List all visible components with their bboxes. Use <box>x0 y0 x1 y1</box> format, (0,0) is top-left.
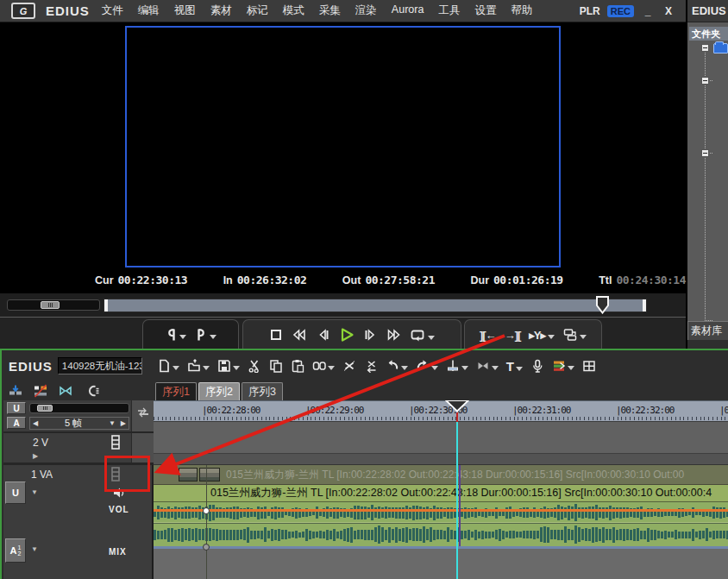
dropdown-caret-icon[interactable] <box>203 366 210 370</box>
track-1va-mute-button[interactable]: U <box>5 481 26 504</box>
redo-button[interactable] <box>415 357 439 374</box>
tab-material-library[interactable]: 素材库 <box>687 321 728 340</box>
position-marker[interactable] <box>596 296 610 317</box>
tab-sequence-2[interactable]: 序列2 <box>198 382 240 400</box>
dropdown-caret-icon[interactable] <box>492 366 499 370</box>
dropdown-caret-icon[interactable] <box>516 367 523 371</box>
title-button[interactable]: T <box>505 357 524 375</box>
dropdown-caret-icon[interactable] <box>461 366 468 370</box>
menu-item-6[interactable]: 模式 <box>283 3 304 18</box>
dropdown-caret-icon[interactable] <box>179 335 186 339</box>
paste-button[interactable] <box>290 357 305 374</box>
timeline-ruler[interactable]: |00:22:28:00|00:22:29:00|00:22:30:00|00:… <box>154 400 728 422</box>
dropdown-caret-icon[interactable] <box>548 335 555 339</box>
folder-icon[interactable] <box>713 43 728 53</box>
delete-button[interactable] <box>342 357 357 374</box>
track-2v-lane[interactable] <box>154 422 728 454</box>
open-button[interactable] <box>186 357 210 374</box>
play-around-cursor-button[interactable]: ▸Y▸ <box>526 327 557 343</box>
dropdown-caret-icon[interactable] <box>401 366 408 370</box>
swap-arrows-icon[interactable] <box>137 407 149 418</box>
track-2v-expand-icon[interactable]: ▶ <box>33 452 38 460</box>
track-1va-expand-icon[interactable]: ▼ <box>31 488 38 496</box>
dropdown-caret-icon[interactable] <box>431 366 438 370</box>
new-button[interactable] <box>156 357 180 374</box>
playhead-handle[interactable] <box>445 400 469 415</box>
cut-button[interactable] <box>247 357 262 374</box>
plr-button[interactable]: PLR <box>580 5 600 17</box>
tab-sequence-3[interactable]: 序列3 <box>242 382 283 400</box>
menu-item-4[interactable]: 素材 <box>210 3 232 18</box>
tree-collapse-icon[interactable] <box>701 44 709 52</box>
spinner-right-icon[interactable]: ▶ <box>118 419 129 427</box>
copy-button[interactable] <box>268 357 284 374</box>
tab-sequence-1[interactable]: 序列1 <box>155 382 197 400</box>
dropdown-caret-icon[interactable] <box>233 366 240 370</box>
prev-frame-button[interactable] <box>313 326 332 343</box>
transition-mode-icon[interactable] <box>59 384 78 399</box>
volume-rubber-band[interactable] <box>154 509 728 512</box>
ripple-delete-button[interactable] <box>363 357 379 374</box>
position-bar[interactable] <box>104 299 647 312</box>
close-button[interactable]: X <box>662 5 675 17</box>
jump-to-in-button[interactable]: ][← <box>477 327 499 343</box>
frame-step-spinner[interactable]: ◀ 5 帧 ▼ ▶ <box>29 417 129 430</box>
dropdown-caret-icon[interactable] <box>568 366 574 370</box>
shuttle-slider[interactable] <box>7 299 100 311</box>
timeline-zoom-slider[interactable] <box>29 403 129 413</box>
menu-item-2[interactable]: 编辑 <box>138 3 160 18</box>
timeline-zoom-handle[interactable] <box>37 405 53 412</box>
add-cut-point-button[interactable] <box>445 357 469 374</box>
play-forward-button[interactable] <box>361 326 380 343</box>
menu-item-8[interactable]: 渲染 <box>355 3 377 18</box>
group-mode-icon[interactable] <box>85 384 103 399</box>
mute-toggle-button[interactable]: U <box>7 402 26 414</box>
menu-item-9[interactable]: Aurora <box>392 3 424 18</box>
dropdown-caret-icon[interactable] <box>428 336 435 340</box>
rec-button[interactable]: REC <box>607 5 634 17</box>
undo-button[interactable] <box>385 357 409 374</box>
mix-lane[interactable] <box>154 549 728 579</box>
stop-button[interactable] <box>267 326 286 343</box>
transition-button[interactable] <box>475 357 499 374</box>
ripple-mode-icon[interactable] <box>34 384 51 399</box>
dropdown-caret-icon[interactable] <box>580 335 587 339</box>
fast-forward-button[interactable] <box>384 326 405 343</box>
track-audio-12-button[interactable]: A 12 <box>5 538 26 563</box>
dropdown-caret-icon[interactable] <box>210 335 217 339</box>
panes-button[interactable] <box>581 357 597 374</box>
save-button[interactable] <box>217 357 241 374</box>
project-name-field[interactable]: 140928无机油-1230 <box>58 357 142 374</box>
layouter-button[interactable] <box>551 357 575 374</box>
dropdown-caret-icon[interactable] <box>328 366 335 370</box>
minimize-button[interactable]: _ <box>641 5 655 17</box>
menu-item-7[interactable]: 采集 <box>319 3 341 18</box>
pan-keyframe[interactable] <box>203 544 210 551</box>
pan-rubber-band[interactable] <box>154 546 728 549</box>
tree-collapse-icon[interactable] <box>701 77 709 85</box>
menu-item-12[interactable]: 帮助 <box>511 3 532 18</box>
loop-button[interactable] <box>408 326 437 344</box>
play-button[interactable] <box>336 325 358 344</box>
replace-button[interactable] <box>311 357 336 374</box>
menu-item-11[interactable]: 设置 <box>474 3 496 18</box>
audio-toggle-button[interactable]: A <box>7 417 26 429</box>
clip-video-part[interactable]: 015兰州威力狮-兰州 TL [In:00:22:28:02 Out:00:22… <box>154 465 728 485</box>
mark-in-button[interactable] <box>162 326 189 343</box>
shuttle-handle[interactable] <box>41 301 60 309</box>
mark-out-button[interactable] <box>192 326 219 343</box>
rewind-button[interactable] <box>289 326 310 343</box>
spinner-left-icon[interactable]: ◀ <box>30 419 41 427</box>
volume-keyframe[interactable] <box>203 507 210 514</box>
menu-item-3[interactable]: 视图 <box>174 3 196 18</box>
spinner-down-icon[interactable]: ▼ <box>106 419 118 427</box>
mix-expand-icon[interactable]: ▼ <box>31 545 38 553</box>
menu-item-5[interactable]: 标记 <box>247 3 268 18</box>
video-part-icon[interactable] <box>109 435 122 452</box>
dropdown-caret-icon[interactable] <box>173 366 179 370</box>
jump-to-out-button[interactable]: →][ <box>502 327 524 343</box>
overwrite-mode-icon[interactable] <box>9 384 26 399</box>
voiceover-button[interactable] <box>530 357 545 374</box>
export-device-button[interactable] <box>561 326 589 343</box>
menu-item-10[interactable]: 工具 <box>438 3 460 18</box>
